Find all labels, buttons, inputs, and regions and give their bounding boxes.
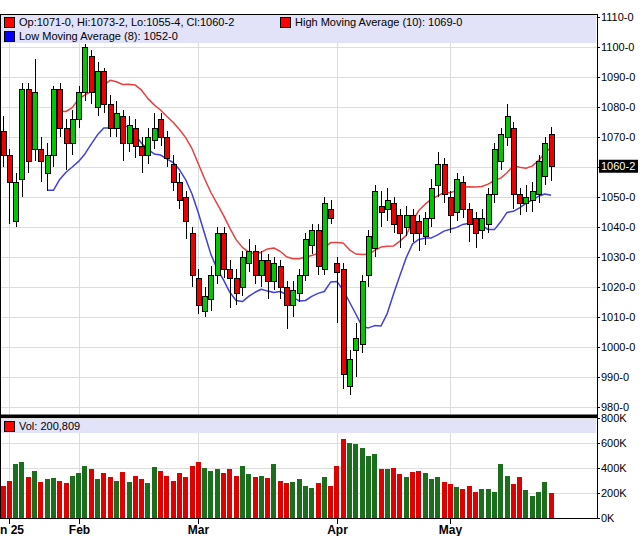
- volume-bar[interactable]: [158, 471, 163, 519]
- candle[interactable]: [291, 290, 296, 305]
- candle[interactable]: [228, 269, 233, 278]
- candle[interactable]: [20, 89, 25, 179]
- candle[interactable]: [360, 281, 365, 344]
- volume-bar[interactable]: [309, 488, 314, 518]
- candle[interactable]: [196, 278, 201, 305]
- volume-bar[interactable]: [334, 466, 339, 519]
- volume-bar[interactable]: [322, 477, 327, 518]
- candle[interactable]: [480, 218, 485, 230]
- volume-bar[interactable]: [7, 481, 12, 519]
- volume-bar[interactable]: [215, 469, 220, 518]
- candle[interactable]: [404, 215, 409, 227]
- candle[interactable]: [240, 257, 245, 287]
- volume-bar[interactable]: [536, 492, 541, 518]
- candle[interactable]: [177, 182, 182, 200]
- candle[interactable]: [127, 125, 132, 143]
- candle[interactable]: [455, 179, 460, 212]
- volume-bar[interactable]: [328, 486, 333, 519]
- volume-bar[interactable]: [347, 443, 352, 518]
- candle[interactable]: [379, 206, 384, 212]
- candle[interactable]: [133, 128, 138, 146]
- volume-bar[interactable]: [505, 476, 510, 518]
- volume-bar[interactable]: [45, 479, 50, 518]
- candle[interactable]: [549, 134, 554, 166]
- volume-bar[interactable]: [202, 468, 207, 518]
- volume-bar[interactable]: [76, 473, 81, 518]
- candle[interactable]: [354, 338, 359, 350]
- volume-bar[interactable]: [448, 484, 453, 518]
- candle[interactable]: [278, 266, 283, 287]
- candle[interactable]: [511, 128, 516, 194]
- volume-bar[interactable]: [473, 492, 478, 518]
- volume-bar[interactable]: [196, 462, 201, 518]
- volume-bar[interactable]: [70, 476, 75, 519]
- candle[interactable]: [524, 197, 529, 203]
- candle[interactable]: [121, 116, 126, 143]
- volume-bar[interactable]: [64, 483, 69, 518]
- candle[interactable]: [467, 209, 472, 224]
- candle[interactable]: [392, 203, 397, 224]
- candle[interactable]: [146, 137, 151, 155]
- volume-bar[interactable]: [511, 484, 516, 518]
- volume-bar[interactable]: [234, 476, 239, 519]
- candle[interactable]: [322, 203, 327, 269]
- candle[interactable]: [253, 251, 258, 275]
- candle[interactable]: [209, 275, 214, 299]
- volume-bar[interactable]: [372, 454, 377, 518]
- candle[interactable]: [436, 164, 441, 185]
- volume-bar[interactable]: [57, 481, 62, 519]
- candle[interactable]: [335, 263, 340, 272]
- volume-bar[interactable]: [410, 472, 415, 518]
- volume-bar[interactable]: [360, 448, 365, 518]
- volume-bar[interactable]: [271, 464, 276, 518]
- candle[interactable]: [285, 287, 290, 305]
- candle[interactable]: [215, 233, 220, 275]
- volume-bar[interactable]: [82, 466, 87, 519]
- candle[interactable]: [543, 143, 548, 176]
- volume-bar[interactable]: [208, 471, 213, 519]
- volume-bar[interactable]: [542, 482, 547, 518]
- volume-bar[interactable]: [133, 476, 138, 519]
- volume-bar[interactable]: [145, 483, 150, 518]
- volume-bar[interactable]: [549, 493, 554, 518]
- candle[interactable]: [486, 194, 491, 224]
- volume-bar[interactable]: [435, 477, 440, 518]
- volume-bar[interactable]: [316, 483, 321, 518]
- volume-bar[interactable]: [26, 477, 31, 518]
- volume-bar[interactable]: [139, 479, 144, 518]
- candle[interactable]: [39, 149, 44, 161]
- candle[interactable]: [348, 359, 353, 386]
- candle[interactable]: [64, 128, 69, 143]
- candle[interactable]: [398, 215, 403, 233]
- candle[interactable]: [297, 275, 302, 293]
- candle[interactable]: [272, 263, 277, 281]
- candle[interactable]: [411, 215, 416, 233]
- volume-bar[interactable]: [152, 467, 157, 518]
- candle[interactable]: [366, 236, 371, 275]
- volume-bar[interactable]: [379, 469, 384, 518]
- candle[interactable]: [140, 146, 145, 155]
- volume-bar[interactable]: [397, 474, 402, 518]
- volume-bar[interactable]: [32, 471, 37, 519]
- volume-bar[interactable]: [385, 469, 390, 518]
- candle[interactable]: [341, 269, 346, 374]
- volume-bar[interactable]: [171, 481, 176, 519]
- volume-bar[interactable]: [416, 471, 421, 519]
- candle[interactable]: [461, 182, 466, 209]
- volume-bar[interactable]: [1, 486, 6, 519]
- volume-bar[interactable]: [530, 496, 535, 518]
- candle[interactable]: [1, 131, 6, 155]
- candle[interactable]: [448, 197, 453, 215]
- candle[interactable]: [303, 239, 308, 275]
- volume-bar[interactable]: [177, 473, 182, 518]
- candle[interactable]: [537, 161, 542, 194]
- volume-bar[interactable]: [404, 477, 409, 518]
- volume-bar[interactable]: [486, 489, 491, 518]
- candle[interactable]: [505, 116, 510, 137]
- volume-bar[interactable]: [120, 472, 125, 518]
- candle[interactable]: [83, 47, 88, 92]
- volume-bar[interactable]: [423, 473, 428, 518]
- volume-bar[interactable]: [278, 481, 283, 519]
- candle[interactable]: [89, 56, 94, 92]
- candle[interactable]: [423, 218, 428, 236]
